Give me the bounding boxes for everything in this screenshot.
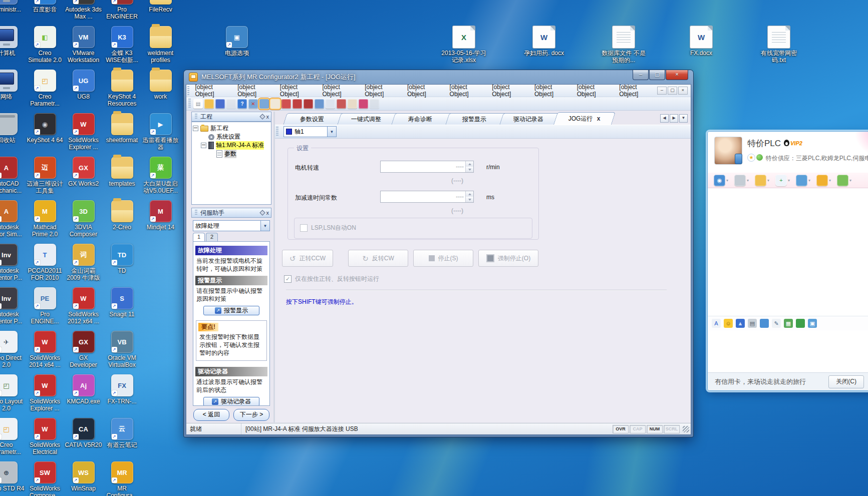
- menu-item[interactable]: [object Object]: [403, 84, 445, 99]
- menu-item[interactable]: [object Object]: [615, 84, 657, 99]
- magic-wand-icon[interactable]: ▲: [736, 319, 748, 328]
- input-area[interactable]: [708, 330, 868, 373]
- screen-share-icon[interactable]: ▣: [808, 319, 820, 328]
- menu-item[interactable]: [object Object]: [233, 84, 275, 99]
- minimize-button[interactable]: –: [633, 70, 649, 80]
- desktop-icon[interactable]: 3ds ↗ Autodesk 3ds Max ...: [64, 0, 103, 21]
- desktop-icon[interactable]: ↗ 计算机: [0, 21, 26, 65]
- desktop-icon[interactable]: ◰ ↗ Creo Parametr...: [0, 413, 26, 456]
- desktop-icon[interactable]: ✈ ↗ Creo Direct 2.0: [0, 326, 26, 369]
- document-tab[interactable]: 报警显示: [445, 113, 507, 125]
- contact-name[interactable]: 特价PLC: [747, 138, 781, 149]
- desktop-icon[interactable]: FX ↗ FX-TRN-...: [103, 369, 141, 413]
- close-button[interactable]: ×: [666, 70, 688, 80]
- pin-icon[interactable]: [259, 210, 265, 215]
- share-screen-icon[interactable]: ▾: [816, 175, 831, 186]
- document-tab[interactable]: 寿命诊断: [391, 113, 453, 125]
- assistant-tab[interactable]: 1: [193, 233, 205, 241]
- apps-icon[interactable]: ▾: [837, 175, 851, 186]
- station-selection-icon[interactable]: ✕: [248, 99, 258, 109]
- motor-speed-stepper[interactable]: [465, 161, 473, 172]
- tab-scroll-right-icon[interactable]: ▶: [670, 114, 678, 123]
- qzone-icon[interactable]: [756, 154, 763, 161]
- desktop-icon[interactable]: X ↗ 2013-05-16-学习记录.xlsx: [440, 26, 488, 64]
- menu-item[interactable]: [object Object]: [487, 84, 530, 99]
- desktop-icon[interactable]: 迈 ↗ 迈迪三维设计 工具集: [26, 152, 64, 195]
- desktop-icon[interactable]: Inv ↗ Autodesk Inventor P...: [0, 239, 26, 282]
- desktop-icon[interactable]: WS ↗ WinSnap: [64, 456, 103, 496]
- desktop-icon[interactable]: ↗ weldment profiles: [141, 21, 180, 65]
- tab-close-icon[interactable]: x: [597, 115, 601, 122]
- menu-item[interactable]: [object Object]: [275, 84, 318, 99]
- desktop-icon[interactable]: 云 ↗ 有道云笔记: [103, 413, 141, 456]
- video-call-icon[interactable]: ◉ ▾: [714, 175, 728, 186]
- axis-select[interactable]: 轴1 ▼: [283, 126, 337, 137]
- chevron-down-icon[interactable]: ▾: [767, 178, 769, 183]
- desktop-icon[interactable]: ◰ ↗ Creo Parametr...: [26, 65, 64, 108]
- desktop-icon[interactable]: 3D ↗ 3DVIA Composer: [64, 195, 103, 239]
- tree-item[interactable]: 轴1:MR-J4-A 标准: [193, 141, 270, 150]
- desktop-icon[interactable]: 词 ↗ 金山词霸 2009 牛津版: [64, 239, 103, 282]
- desktop-icon[interactable]: ↗ 2-Creo: [103, 195, 141, 239]
- accel-input[interactable]: ----: [380, 191, 474, 203]
- print-icon[interactable]: [226, 99, 236, 109]
- desktop-icon[interactable]: W ↗ 孕妇用药. docx: [521, 26, 567, 57]
- desktop-icon[interactable]: ↗ sheetformat: [103, 108, 141, 152]
- desktop-icon[interactable]: K3 ↗ 金蝶 K3 WISE创新...: [103, 21, 141, 65]
- desktop-icon[interactable]: SW ↗ SolidWorks Compose...: [26, 456, 64, 496]
- assistant-tab[interactable]: 2: [206, 233, 218, 241]
- chevron-down-icon[interactable]: ▼: [327, 127, 336, 137]
- desktop-icon[interactable]: PE ↗ Pro ENGINE...: [26, 282, 64, 326]
- chevron-down-icon[interactable]: ▾: [808, 178, 810, 183]
- close-icon[interactable]: x: [266, 210, 269, 215]
- document-tab[interactable]: 参数设置: [283, 113, 345, 125]
- tree-item[interactable]: 新工程: [193, 124, 270, 133]
- desktop-icon[interactable]: ↗ 网络: [0, 65, 26, 108]
- parameter-setting-icon[interactable]: [281, 99, 291, 109]
- menu-item[interactable]: [object Object]: [572, 84, 615, 99]
- desktop-icon[interactable]: TD ↗ TD: [103, 239, 141, 282]
- chevron-down-icon[interactable]: ▾: [849, 178, 851, 183]
- desktop-icon[interactable]: Aj ↗ KMCAD.exe: [64, 369, 103, 413]
- desktop-icon[interactable]: ↗ 有线宽带网密 码.txt: [755, 26, 803, 64]
- desktop-icon[interactable]: ↗ 回收站: [0, 108, 26, 152]
- forward-ccw-button[interactable]: ↺ 正转CCW: [282, 250, 333, 267]
- desktop-icon[interactable]: ◰ ↗ Creo Layout 2.0: [0, 369, 26, 413]
- tab-list-icon[interactable]: ▼: [679, 114, 688, 123]
- desktop-icon[interactable]: GX ↗ GX Developer: [64, 326, 103, 369]
- desktop-icon[interactable]: W ↗ SolidWorks Electrical: [26, 413, 64, 456]
- graph-icon[interactable]: [315, 99, 324, 109]
- new-project-icon[interactable]: ▤: [193, 99, 203, 109]
- desktop-icon[interactable]: S ↗ Snagit 11: [103, 282, 141, 326]
- send-file-icon[interactable]: ▾: [755, 175, 769, 186]
- mdi-minimize-button[interactable]: –: [657, 87, 667, 95]
- tree-item[interactable]: 系统设置: [193, 133, 270, 141]
- menu-item[interactable]: [object Object]: [445, 84, 488, 99]
- mdi-close-button[interactable]: ×: [678, 87, 688, 95]
- voice-message-icon[interactable]: [760, 319, 772, 328]
- desktop-icon[interactable]: W ↗ SolidWorks Explorer ...: [64, 108, 103, 152]
- pin-icon[interactable]: [259, 114, 265, 119]
- help-icon[interactable]: ?: [237, 99, 247, 109]
- chevron-down-icon[interactable]: ▾: [788, 178, 790, 183]
- reverse-cw-button[interactable]: ↻ 反转CW: [348, 250, 408, 267]
- desktop-icon[interactable]: ◧ ↗ Creo Simulate 2.0: [26, 21, 64, 65]
- desktop-icon[interactable]: ◉ ↗ KeyShot 4 64: [26, 108, 64, 152]
- desktop-icon[interactable]: A ↗ AutoCAD Mechanic...: [0, 152, 26, 195]
- tab-scroll-left-icon[interactable]: ◀: [660, 114, 669, 123]
- desktop-icon[interactable]: ↗ Administr...: [0, 0, 26, 21]
- desktop-icon[interactable]: ⊕ ↗ Creo STD R4: [0, 456, 26, 496]
- menu-item[interactable]: [object Object]: [360, 84, 403, 99]
- motor-speed-input[interactable]: ----: [380, 161, 474, 173]
- desktop-icon[interactable]: ▣ ↗ 电源选项: [215, 26, 258, 57]
- film-icon[interactable]: ▤: [748, 319, 760, 328]
- desktop-icon[interactable]: T ↗ PCCAD2011 FOR 2010: [26, 239, 64, 282]
- desktop-icon[interactable]: M ↗ Mathcad Prime 2.0: [26, 195, 64, 239]
- desktop-icon[interactable]: ▶ ↗ 迅雷看看播放器: [141, 108, 180, 152]
- menu-item[interactable]: [object Object]: [318, 84, 361, 99]
- create-group-icon[interactable]: + ▾: [775, 175, 790, 186]
- desktop-icon[interactable]: ↗ FileRecv: [141, 0, 180, 21]
- desktop-icon[interactable]: VB ↗ Oracle VM VirtualBox: [103, 326, 141, 369]
- desktop-icon[interactable]: MR ↗ MR Configura...: [103, 456, 141, 496]
- servo-assistant-icon[interactable]: [259, 99, 269, 109]
